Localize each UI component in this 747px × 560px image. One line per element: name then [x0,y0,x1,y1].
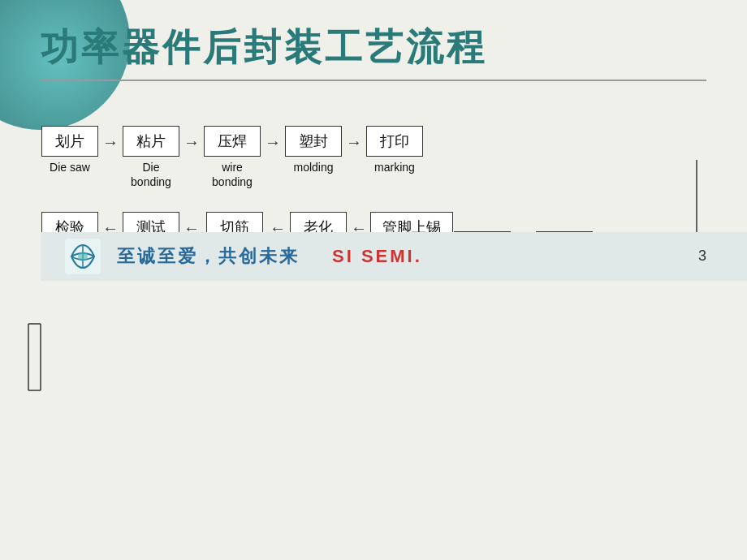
footer-slogan: 至诚至爱，共创未来 [117,244,300,269]
step-box-wirebond: 压焊 [204,126,261,157]
title-divider [41,80,706,81]
step-diebond: 粘片 Diebonding [122,126,180,189]
arrow-r1-3: → [265,126,281,155]
arrow-r1-1: → [102,126,119,155]
svg-point-7 [78,252,88,261]
slide-title: 功率器件后封装工艺流程 [41,23,706,73]
step-label-diebond: Diebonding [131,160,171,189]
flow-area: 划片 Die saw → 粘片 Diebonding → 压焊 wirebond… [41,118,723,281]
slide-container: 功率器件后封装工艺流程 划片 Die saw → 粘片 Diebonding →… [0,0,747,560]
arrow-r1-2: → [184,126,200,155]
step-box-marking: 打印 [366,126,423,157]
left-connector [24,309,106,407]
step-molding: 塑封 molding [284,126,343,174]
arrow-r1-4: → [346,126,362,155]
step-label-diesaw: Die saw [50,160,90,174]
step-wirebond: 压焊 wirebonding [203,126,261,189]
step-box-molding: 塑封 [285,126,342,157]
step-label-wirebond: wirebonding [212,160,253,189]
company-logo [65,239,101,274]
footer: 至诚至爱，共创未来 SI SEMI. [41,232,747,281]
step-label-molding: molding [293,160,333,174]
step-diesaw: 划片 Die saw [41,126,99,174]
step-label-marking: marking [374,160,415,174]
footer-brand: SI SEMI. [332,246,422,267]
step-box-diesaw: 划片 [41,126,98,157]
title-area: 功率器件后封装工艺流程 [0,0,747,91]
step-marking: 打印 marking [365,126,424,174]
slide-number: 3 [698,248,706,265]
step-box-diebond: 粘片 [123,126,179,157]
row1: 划片 Die saw → 粘片 Diebonding → 压焊 wirebond… [41,126,723,189]
